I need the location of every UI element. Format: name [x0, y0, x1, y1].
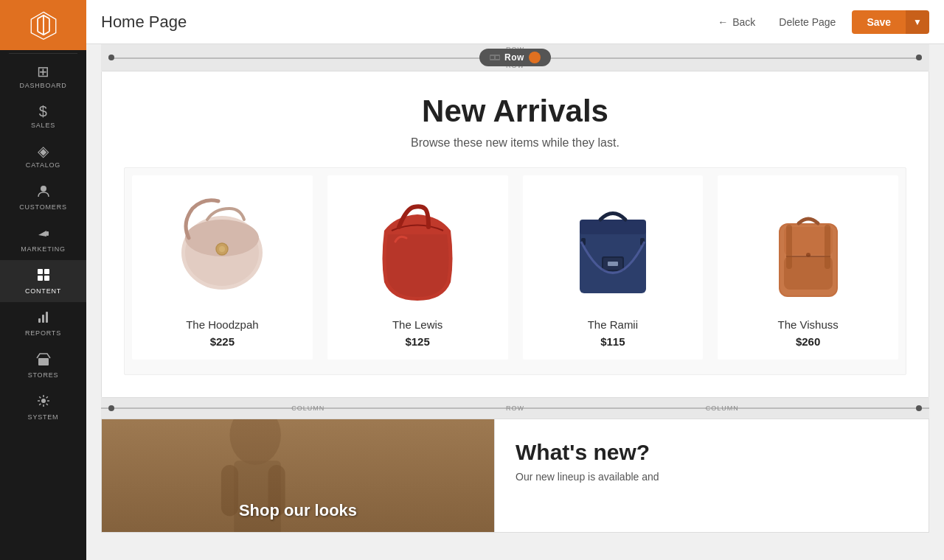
header: Home Page ← Back Delete Page Save ▼ [86, 0, 944, 44]
section-title: New Arrivals [117, 94, 914, 129]
back-arrow-icon: ← [718, 16, 728, 28]
whats-new-title: What's new? [516, 440, 908, 465]
back-button[interactable]: ← Back [710, 12, 763, 32]
sidebar-item-catalog[interactable]: ◈ CATALOG [0, 136, 86, 176]
product-card-vishuss: The Vishuss $260 [718, 175, 898, 360]
page-title: Home Page [101, 13, 710, 32]
svg-point-0 [41, 186, 46, 192]
product-name-lewis: The Lewis [392, 318, 442, 331]
product-card-lewis: The Lewis $125 [327, 175, 508, 360]
bottom-columns: Shop our looks What's new? Our new lineu… [101, 419, 929, 533]
shop-looks-text: Shop our looks [239, 501, 357, 520]
magento-logo-icon [25, 9, 62, 41]
row-indicator-bar-top: ROW ROW Row [101, 44, 929, 71]
stores-icon [36, 351, 51, 368]
sidebar-label-marketing: MARKETING [21, 245, 66, 253]
dashboard-icon: ⊞ [37, 64, 50, 79]
sales-icon: $ [39, 104, 48, 119]
sidebar-divider-top [9, 53, 78, 54]
section-subtitle: Browse these new items while they last. [117, 136, 914, 150]
sidebar-item-sales[interactable]: $ SALES [0, 97, 86, 136]
customers-icon [36, 183, 51, 200]
delete-page-button[interactable]: Delete Page [771, 12, 843, 32]
main-content: Home Page ← Back Delete Page Save ▼ ROW … [86, 0, 944, 560]
product-image-lewis [366, 190, 469, 308]
sidebar-label-content: CONTENT [25, 287, 61, 295]
svg-rect-9 [38, 358, 49, 365]
sidebar-label-customers: CUSTOMERS [19, 203, 67, 211]
sidebar-item-dashboard[interactable]: ⊞ DASHBOARD [0, 57, 86, 97]
row-pill-icon [490, 54, 500, 61]
product-card-hoodzpah: The Hoodzpah $225 [132, 175, 313, 360]
svg-rect-5 [44, 276, 49, 281]
row-pill-label: Row [504, 52, 524, 63]
product-card-ramii: The Ramii $115 [523, 175, 704, 360]
sidebar-label-sales: SALES [31, 122, 55, 129]
sidebar-logo [0, 0, 86, 50]
product-name-ramii: The Ramii [588, 318, 638, 331]
save-button-group: Save ▼ [852, 10, 929, 34]
sidebar-label-dashboard: DASHBOARD [19, 82, 66, 89]
product-price-ramii: $115 [600, 335, 625, 348]
sidebar-item-content[interactable]: CONTENT [0, 260, 86, 302]
product-image-ramii [561, 190, 664, 308]
svg-rect-32 [786, 225, 792, 269]
bottom-row-indicator: COLUMN ROW COLUMN [101, 398, 929, 419]
content-icon [36, 267, 51, 284]
bottom-dot-left [108, 405, 114, 411]
row-orange-dot [529, 52, 541, 63]
svg-rect-2 [38, 269, 43, 274]
svg-rect-13 [496, 56, 499, 59]
new-arrivals-section: New Arrivals Browse these new items whil… [101, 71, 929, 398]
system-icon [36, 393, 51, 410]
bottom-dot-right [916, 405, 922, 411]
bottom-row-label: ROW [506, 405, 524, 412]
back-label: Back [732, 16, 755, 28]
header-actions: ← Back Delete Page Save ▼ [710, 10, 929, 34]
products-grid: The Hoodzpah $225 [124, 167, 906, 375]
save-button[interactable]: Save [852, 10, 906, 34]
svg-rect-7 [42, 315, 44, 323]
row-pill[interactable]: Row [479, 49, 551, 66]
new-arrivals-content: New Arrivals Browse these new items whil… [102, 71, 929, 397]
bottom-col-left: Shop our looks [102, 419, 495, 532]
catalog-icon: ◈ [38, 144, 49, 158]
sidebar-item-marketing[interactable]: MARKETING [0, 218, 86, 260]
col-label-left: COLUMN [291, 405, 324, 412]
svg-rect-4 [38, 276, 43, 281]
svg-rect-12 [490, 56, 494, 59]
svg-rect-33 [825, 225, 830, 269]
bottom-col-right: What's new? Our new lineup is available … [495, 419, 929, 532]
whats-new-desc: Our new lineup is available and [516, 471, 908, 483]
save-dropdown-button[interactable]: ▼ [906, 10, 929, 34]
sidebar-label-reports: REPORTS [25, 329, 61, 337]
svg-rect-21 [580, 220, 646, 234]
product-name-hoodzpah: The Hoodzpah [186, 318, 258, 331]
sidebar-label-system: SYSTEM [28, 413, 59, 421]
content-area: ROW ROW Row New Arrivals Browse these ne… [86, 44, 944, 560]
svg-point-18 [219, 246, 225, 252]
svg-rect-8 [46, 312, 48, 323]
sidebar-item-reports[interactable]: REPORTS [0, 302, 86, 344]
col-label-right: COLUMN [706, 405, 739, 412]
sidebar-item-stores[interactable]: STORES [0, 344, 86, 386]
svg-rect-1 [46, 231, 49, 236]
product-price-lewis: $125 [405, 335, 429, 348]
row-dot-left [108, 55, 114, 60]
svg-point-10 [41, 399, 46, 403]
svg-rect-6 [38, 318, 41, 323]
sidebar-label-stores: STORES [28, 371, 59, 379]
reports-icon [36, 309, 51, 326]
svg-rect-24 [608, 262, 618, 266]
product-price-hoodzpah: $225 [210, 335, 235, 348]
row-dot-right [916, 55, 922, 60]
sidebar-label-catalog: CATALOG [26, 161, 60, 169]
sidebar-item-system[interactable]: SYSTEM [0, 386, 86, 428]
sidebar-item-customers[interactable]: CUSTOMERS [0, 176, 86, 218]
product-name-vishuss: The Vishuss [777, 318, 838, 331]
product-price-vishuss: $260 [796, 335, 820, 348]
product-image-vishuss [757, 190, 860, 308]
sidebar: ⊞ DASHBOARD $ SALES ◈ CATALOG CUSTOMERS … [0, 0, 86, 560]
svg-rect-3 [44, 269, 49, 274]
marketing-icon [36, 225, 51, 242]
